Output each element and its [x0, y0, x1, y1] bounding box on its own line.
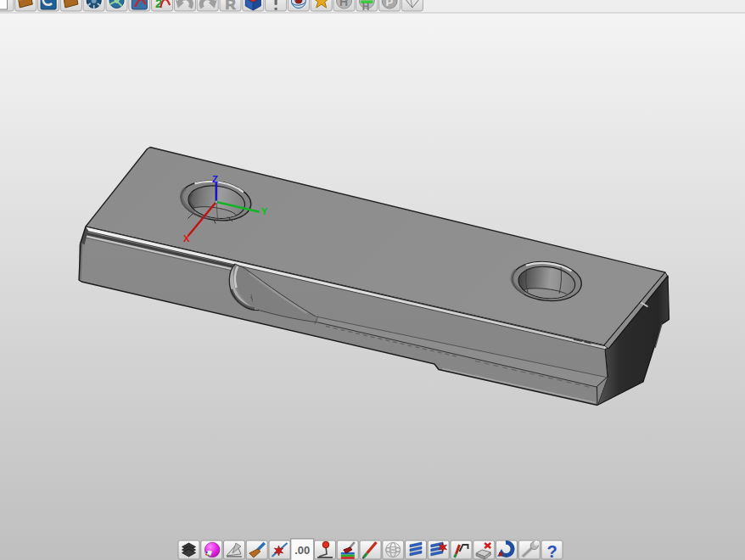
svg-text:R: R [226, 0, 236, 13]
svg-text:.00: .00 [294, 544, 310, 557]
svg-text:?: ? [547, 542, 557, 560]
svg-text:H: H [362, 1, 370, 13]
svg-text:P: P [386, 0, 394, 8]
svg-text:X: X [183, 233, 190, 244]
svg-text:H: H [339, 0, 348, 8]
svg-text:Z: Z [212, 174, 218, 184]
svg-text:Y: Y [261, 206, 268, 216]
